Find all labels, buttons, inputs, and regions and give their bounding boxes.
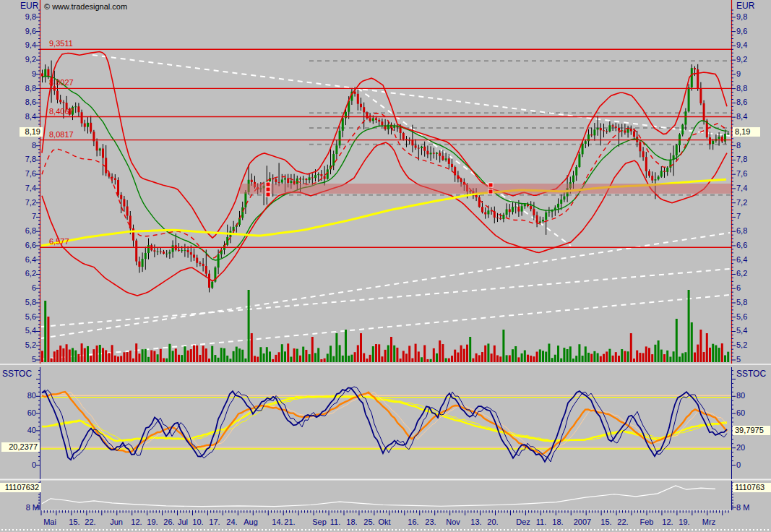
x-axis-label: Okt (370, 518, 399, 527)
main-y-tick-label-right: 9,4 (736, 40, 771, 50)
sstoc-y-tick-label-right: 80 (736, 391, 771, 400)
left-axis-currency-label: EUR (20, 1, 38, 11)
main-y-tick-label-left: 8 (12, 141, 36, 150)
sstoc-y-tick-label-left: 0 (12, 460, 36, 470)
main-y-tick-label-left: 5,6 (12, 312, 36, 322)
main-y-tick-label-left: 7,4 (12, 184, 36, 193)
momentum-scale-right: 8 M (736, 503, 749, 512)
main-y-tick-label-right: 6 (736, 283, 771, 293)
main-y-tick-label-right: 5,4 (736, 326, 771, 335)
main-y-tick-label-left: 7,6 (12, 169, 36, 179)
main-y-tick-label-right: 7,4 (736, 184, 771, 193)
main-y-tick-label-right: 7,8 (736, 155, 771, 164)
main-y-tick-label-right: 8,6 (736, 98, 771, 107)
x-axis-label: Aug (236, 518, 265, 527)
sstoc-y-tick-label-right: 60 (736, 408, 771, 418)
main-y-tick-label-left: 5,4 (12, 326, 36, 335)
x-axis-label: 21. (275, 518, 304, 527)
main-y-tick-label-left: 9,8 (12, 12, 36, 22)
main-y-tick-label-right: 9 (736, 69, 771, 79)
momentum-value-right: 1110763 (733, 483, 771, 492)
main-y-tick-label-right: 5,8 (736, 298, 771, 307)
main-y-tick-label-left: 9,4 (12, 40, 36, 50)
sstoc-value-left: 20,2377 (1, 442, 40, 452)
x-axis-label: 20. (478, 518, 507, 527)
sstoc-value-right: 39,7975 (733, 426, 770, 435)
main-y-tick-label-left: 5,8 (12, 298, 36, 307)
right-axis-currency-label: EUR (736, 1, 754, 11)
main-y-tick-label-right: 8,4 (736, 112, 771, 121)
main-y-tick-label-left: 9,2 (12, 55, 36, 64)
main-y-tick-label-right: 5,2 (736, 340, 771, 350)
main-y-tick-label-left: 9,6 (12, 27, 36, 36)
main-y-tick-label-left: 6 (12, 283, 36, 293)
sstoc-title-right: SSTOC (736, 369, 766, 379)
main-y-tick-label-left: 8,6 (12, 98, 36, 107)
main-y-tick-label-left: 7 (12, 212, 36, 221)
momentum-scale-left: 8 M (22, 503, 39, 512)
sstoc-y-tick-label-left: 80 (12, 391, 36, 400)
price-level-label: 8,0817 (49, 130, 74, 140)
chart-canvas[interactable] (0, 0, 771, 532)
main-y-tick-label-right: 6,4 (736, 255, 771, 265)
main-y-tick-label-left: 6,2 (12, 269, 36, 278)
main-y-tick-label-right: 5 (736, 355, 771, 364)
main-y-tick-label-right: 7 (736, 212, 771, 221)
main-y-tick-label-left: 5,2 (12, 340, 36, 350)
main-y-tick-label-left: 6,8 (12, 226, 36, 236)
main-y-tick-label-right: 5,6 (736, 312, 771, 322)
main-y-tick-label-right: 7,2 (736, 198, 771, 207)
main-y-tick-label-right: 7,6 (736, 169, 771, 179)
price-level-label: 9,3511 (49, 39, 73, 48)
sstoc-y-tick-label-left: 40 (12, 426, 36, 435)
copyright-text: © www.tradesignal.com (44, 2, 127, 12)
sstoc-y-tick-label-left: 60 (12, 408, 36, 418)
current-price-left: 8,19 (20, 127, 43, 137)
main-y-tick-label-left: 9 (12, 69, 36, 79)
main-y-tick-label-left: 6,6 (12, 241, 36, 250)
main-y-tick-label-left: 6,4 (12, 255, 36, 265)
main-y-tick-label-right: 9,8 (736, 12, 771, 22)
main-y-tick-label-right: 9,6 (736, 27, 771, 36)
sstoc-y-tick-label-right: 0 (736, 460, 771, 470)
main-y-tick-label-right: 6,6 (736, 241, 771, 250)
momentum-value-left: 11107632 (0, 483, 41, 492)
tradesignal-chart-window: EUR EUR © www.tradesignal.com 8,19 8,19 … (0, 0, 771, 532)
x-axis-label: 22. (76, 518, 105, 527)
current-price-right: 8,19 (733, 127, 760, 137)
main-y-tick-label-left: 7,2 (12, 198, 36, 207)
main-y-tick-label-left: 5 (12, 355, 36, 364)
main-y-tick-label-right: 8,8 (736, 84, 771, 93)
price-level-label: 8,8027 (49, 78, 74, 87)
main-y-tick-label-left: 8,4 (12, 112, 36, 121)
main-y-tick-label-left: 8,8 (12, 84, 36, 93)
x-axis-label: Mrz (694, 518, 723, 527)
price-level-label: 6,577 (49, 237, 69, 246)
main-y-tick-label-left: 7,8 (12, 155, 36, 164)
sstoc-title-left: SSTOC (2, 369, 32, 379)
main-y-tick-label-right: 9,2 (736, 55, 771, 64)
main-y-tick-label-right: 6,8 (736, 226, 771, 236)
sstoc-y-tick-label-right: 20 (736, 443, 771, 452)
main-y-tick-label-right: 8 (736, 141, 771, 150)
price-level-label: 8,4067 (49, 107, 74, 116)
main-y-tick-label-right: 6,2 (736, 269, 771, 278)
